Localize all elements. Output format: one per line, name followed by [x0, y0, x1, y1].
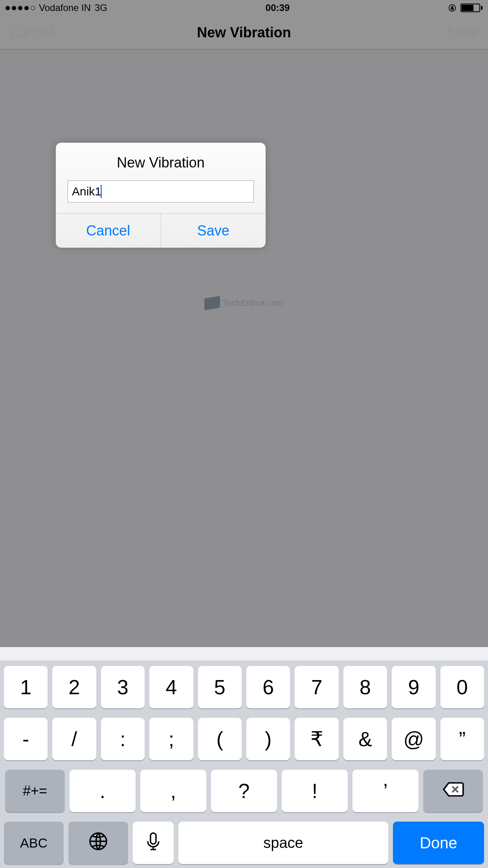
key-0[interactable]: 0	[440, 666, 484, 708]
key-colon[interactable]: :	[101, 718, 145, 760]
key-ampersand[interactable]: &	[343, 718, 387, 760]
key-4[interactable]: 4	[149, 666, 193, 708]
key-2[interactable]: 2	[52, 666, 96, 708]
watermark: TechEntice.com	[0, 297, 488, 309]
keyboard: 1 2 3 4 5 6 7 8 9 0 - / : ; ( ) ₹ & @ ” …	[0, 660, 488, 868]
key-semicolon[interactable]: ;	[149, 718, 193, 760]
key-period[interactable]: .	[70, 770, 136, 812]
modal-dim-overlay	[0, 0, 488, 647]
key-dash[interactable]: -	[4, 718, 48, 760]
nav-save-button[interactable]: Save	[446, 24, 479, 41]
keyboard-row-4: ABC space Done	[4, 822, 484, 864]
microphone-icon	[142, 830, 164, 855]
nav-cancel-button[interactable]: Cancel	[9, 24, 53, 41]
key-comma[interactable]: ,	[140, 770, 206, 812]
key-8[interactable]: 8	[343, 666, 387, 708]
key-exclaim[interactable]: !	[282, 770, 348, 812]
alert-title: New Vibration	[56, 143, 266, 180]
vibration-name-input[interactable]	[68, 180, 254, 202]
watermark-text: TechEntice.com	[222, 298, 283, 308]
key-at[interactable]: @	[392, 718, 435, 760]
globe-icon	[87, 830, 109, 855]
key-done[interactable]: Done	[393, 822, 484, 864]
key-quote[interactable]: ”	[440, 718, 484, 760]
key-6[interactable]: 6	[246, 666, 290, 708]
key-3[interactable]: 3	[101, 666, 145, 708]
key-symbols[interactable]: #+=	[5, 770, 65, 812]
key-dictation[interactable]	[133, 822, 174, 864]
text-caret	[101, 185, 102, 198]
alert-save-button[interactable]: Save	[161, 214, 266, 248]
key-abc[interactable]: ABC	[4, 822, 64, 864]
svg-rect-2	[150, 833, 156, 844]
key-7[interactable]: 7	[295, 666, 338, 708]
keyboard-row-1: 1 2 3 4 5 6 7 8 9 0	[4, 666, 484, 708]
watermark-logo-icon	[204, 296, 220, 310]
key-9[interactable]: 9	[392, 666, 435, 708]
key-paren-close[interactable]: )	[246, 718, 290, 760]
backspace-icon	[441, 779, 465, 803]
name-vibration-alert: New Vibration Cancel Save	[56, 143, 266, 248]
key-globe[interactable]	[68, 822, 128, 864]
key-paren-open[interactable]: (	[198, 718, 242, 760]
key-slash[interactable]: /	[52, 718, 96, 760]
alert-cancel-button[interactable]: Cancel	[56, 214, 161, 248]
key-rupee[interactable]: ₹	[295, 718, 338, 760]
key-1[interactable]: 1	[4, 666, 48, 708]
key-5[interactable]: 5	[198, 666, 242, 708]
keyboard-row-2: - / : ; ( ) ₹ & @ ”	[4, 718, 484, 760]
key-space[interactable]: space	[178, 822, 388, 864]
key-question[interactable]: ?	[211, 770, 277, 812]
key-apostrophe[interactable]: ’	[352, 770, 418, 812]
keyboard-row-3: #+= . , ? ! ’	[4, 770, 484, 812]
key-backspace[interactable]	[423, 770, 483, 812]
